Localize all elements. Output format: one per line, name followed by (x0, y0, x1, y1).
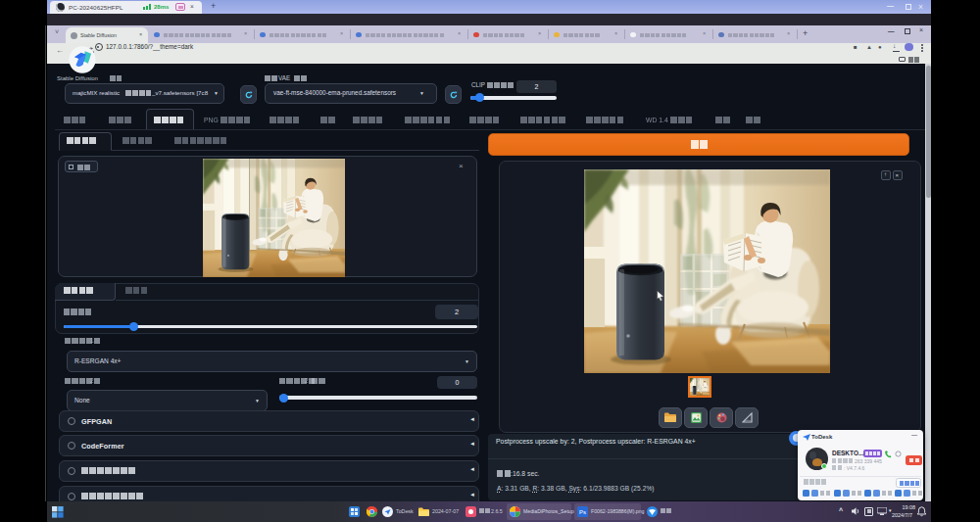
svg-text:Ps: Ps (579, 509, 586, 515)
